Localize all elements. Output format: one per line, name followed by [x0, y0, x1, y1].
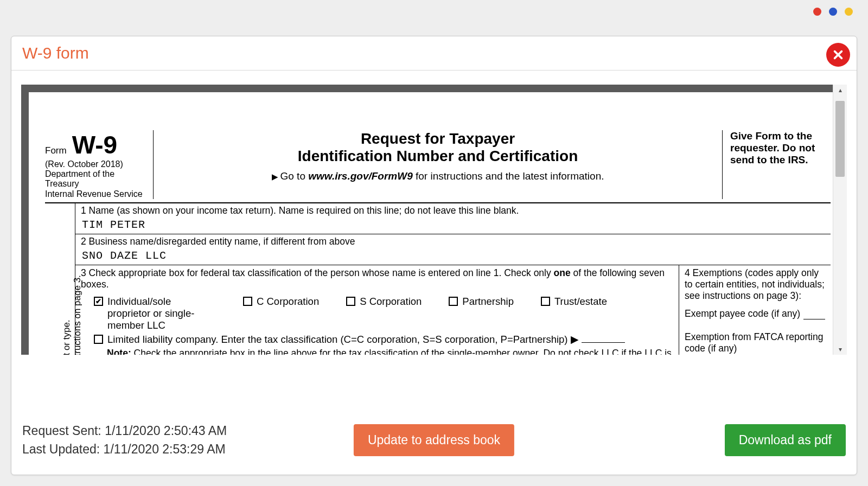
document-viewer[interactable]: Form W-9 (Rev. October 2018) Department …	[21, 85, 847, 355]
checkbox-c-corp[interactable]: C Corporation	[243, 296, 319, 308]
checkbox-s-corp[interactable]: S Corporation	[346, 296, 422, 308]
side-instructions: nt or type. structions on page 3.	[45, 203, 75, 355]
scroll-down-icon[interactable]: ▾	[833, 344, 847, 355]
checkbox-trust[interactable]: Trust/estate	[541, 296, 607, 308]
app-topbar	[0, 0, 868, 25]
line-2-value: SNO DAZE LLC	[81, 247, 825, 263]
metadata: Request Sent: 1/11/2020 2:50:43 AM Last …	[22, 422, 227, 458]
download-pdf-button[interactable]: Download as pdf	[725, 424, 846, 456]
checkbox-partnership[interactable]: Partnership	[449, 296, 514, 308]
scroll-thumb[interactable]	[835, 101, 845, 177]
form-number: W-9	[72, 130, 117, 159]
line-3: 3 Check appropriate box for federal tax …	[75, 265, 679, 355]
request-sent-value: 1/11/2020 2:50:43 AM	[105, 424, 227, 438]
fatca-exemption: Exemption from FATCA reporting code (if …	[685, 331, 825, 354]
exempt-payee-code: Exempt payee code (if any)	[685, 308, 825, 319]
modal-title: W-9 form	[22, 44, 89, 62]
form-header-right: Give Form to the requester. Do not send …	[722, 130, 831, 199]
traffic-dot-blue[interactable]	[829, 8, 837, 16]
form-header-center: Request for Taxpayer Identification Numb…	[154, 130, 722, 199]
form-header-left: Form W-9 (Rev. October 2018) Department …	[45, 130, 154, 199]
modal-panel: W-9 form Form W-9 (Rev. October 2018) De…	[11, 36, 857, 475]
line-4-exemptions: 4 Exemptions (codes apply only to certai…	[679, 265, 831, 355]
dept-treasury: Department of the Treasury	[45, 169, 148, 189]
checkbox-individual[interactable]: ✔ Individual/sole proprietor or single-m…	[94, 296, 216, 331]
scroll-up-icon[interactable]: ▴	[833, 85, 847, 95]
update-address-book-button[interactable]: Update to address book	[354, 424, 514, 456]
close-icon	[832, 49, 844, 61]
last-updated-value: 1/11/2020 2:53:29 AM	[104, 442, 226, 456]
scrollbar[interactable]: ▴ ▾	[833, 85, 847, 355]
last-updated-label: Last Updated:	[22, 442, 104, 456]
llc-note: Note: Check the appropriate box in the l…	[107, 348, 673, 355]
line-3-label: 3 Check appropriate box for federal tax …	[81, 267, 673, 290]
line-2-label: 2 Business name/disregarded entity name,…	[81, 236, 825, 247]
form-title-line1: Request for Taxpayer	[159, 130, 717, 148]
form-title-line2: Identification Number and Certification	[159, 148, 717, 165]
triangle-icon: ▶	[272, 172, 278, 181]
line-1: 1 Name (as shown on your income tax retu…	[75, 203, 831, 234]
traffic-dot-yellow[interactable]	[845, 8, 853, 16]
form-word: Form	[45, 145, 67, 156]
modal-header: W-9 form	[11, 36, 857, 71]
checkbox-llc[interactable]: Limited liability company. Enter the tax…	[94, 334, 673, 346]
window-controls	[813, 8, 853, 16]
line-1-value: TIM PETER	[81, 216, 825, 232]
form-revision: (Rev. October 2018)	[45, 159, 148, 169]
document-page: Form W-9 (Rev. October 2018) Department …	[29, 92, 847, 355]
line-1-label: 1 Name (as shown on your income tax retu…	[81, 205, 825, 216]
dept-irs: Internal Revenue Service	[45, 189, 148, 199]
traffic-dot-red[interactable]	[813, 8, 821, 16]
close-button[interactable]	[826, 43, 850, 67]
line-2: 2 Business name/disregarded entity name,…	[75, 234, 831, 265]
form-goto: ▶Go to www.irs.gov/FormW9 for instructio…	[159, 170, 717, 182]
request-sent-label: Request Sent:	[22, 424, 105, 438]
